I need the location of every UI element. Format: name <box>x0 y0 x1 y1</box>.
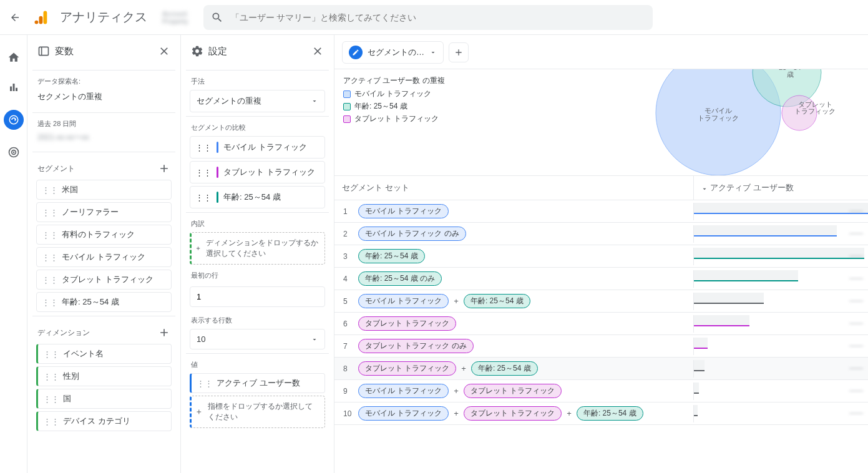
firstrow-label: 最初の行 <box>191 271 324 280</box>
dimension-chip[interactable]: ⋮⋮性別 <box>36 366 172 386</box>
showrows-label: 表示する行数 <box>191 316 324 325</box>
segment-pill: タブレット トラフィック <box>464 384 562 398</box>
technique-select[interactable]: セグメントの重複 <box>190 90 325 112</box>
table-row[interactable]: 7タブレット トラフィック のみ—— <box>334 335 868 358</box>
close-variables-button[interactable] <box>158 45 170 57</box>
drag-handle-icon: ⋮⋮ <box>43 349 59 359</box>
segment-pill: タブレット トラフィック <box>358 361 456 376</box>
dimension-chip[interactable]: ⋮⋮国 <box>36 389 172 409</box>
chip-label: 米国 <box>62 184 78 195</box>
nav-explore[interactable] <box>4 110 24 130</box>
row-index: 1 <box>334 202 356 221</box>
segment-pill: 年齢: 25～54 歳 <box>471 361 538 376</box>
table-row[interactable]: 9モバイル トラフィック+タブレット トラフィック—— <box>334 380 868 402</box>
compare-label: セグメントの比較 <box>191 123 324 132</box>
table-row[interactable]: 10モバイル トラフィック+タブレット トラフィック+年齢: 25～54 歳—— <box>334 402 868 425</box>
row-index: 6 <box>334 315 356 333</box>
compare-segment-chip[interactable]: ⋮⋮タブレット トラフィック <box>190 161 325 183</box>
table-row[interactable]: 3年齢: 25～54 歳—— <box>334 245 868 268</box>
table-header-value[interactable]: アクティブ ユーザー数 <box>693 176 868 200</box>
metric-dropzone[interactable]: 指標をドロップするか選択してください <box>190 396 325 428</box>
segment-pill: モバイル トラフィック <box>358 204 449 218</box>
segment-pill: モバイル トラフィック <box>358 294 449 308</box>
metric-chip[interactable]: ⋮⋮ アクティブ ユーザー数 <box>190 373 325 393</box>
account-picker[interactable]: Account Property <box>162 10 188 25</box>
legend-title: アクティブ ユーザー数 の重複 <box>343 76 445 86</box>
table-row[interactable]: 4年齢: 25～54 歳 のみ—— <box>334 268 868 290</box>
segment-pill: 年齢: 25～54 歳 <box>358 249 425 263</box>
segment-chip[interactable]: ⋮⋮有料のトラフィック <box>36 225 172 245</box>
row-value-cell: —— <box>693 360 868 378</box>
firstrow-input[interactable] <box>190 286 325 307</box>
table-row[interactable]: 5モバイル トラフィック+年齢: 25～54 歳—— <box>334 290 868 313</box>
segment-chip[interactable]: ⋮⋮年齢: 25～54 歳 <box>36 292 172 312</box>
venn-diagram[interactable]: モバイルトラフィック 年齢:25～54歳 タブレットトラフィック <box>650 69 849 175</box>
legend-item[interactable]: 年齢: 25～54 歳 <box>343 101 445 112</box>
dimension-chip[interactable]: ⋮⋮デバイス カテゴリ <box>36 411 172 431</box>
segment-pill: タブレット トラフィック <box>358 316 456 331</box>
segment-pill: タブレット トラフィック のみ <box>358 339 474 353</box>
breakdown-dropzone[interactable]: ディメンションをドロップするか選択してください <box>190 232 325 265</box>
add-tab-button[interactable] <box>449 42 469 62</box>
explore-icon <box>8 114 19 125</box>
date-range-value: 2021-xx-xx〜xx <box>32 131 175 148</box>
dimension-chip[interactable]: ⋮⋮イベント名 <box>36 344 172 364</box>
segment-chip[interactable]: ⋮⋮ノーリファラー <box>36 202 172 222</box>
product-name: アナリティクス <box>60 9 147 26</box>
search-icon <box>211 11 223 24</box>
drag-handle-icon: ⋮⋮ <box>195 193 212 202</box>
svg-rect-4 <box>12 84 14 91</box>
row-index: 8 <box>334 359 356 378</box>
svg-rect-0 <box>44 11 47 24</box>
legend-item[interactable]: モバイル トラフィック <box>343 89 445 99</box>
drag-handle-icon: ⋮⋮ <box>42 275 58 285</box>
row-value-cell: —— <box>693 203 868 220</box>
table-header-set[interactable]: セグメント セット <box>334 176 693 200</box>
settings-icon <box>191 45 203 57</box>
arrow-left-icon <box>9 12 21 23</box>
plus-separator: + <box>452 386 460 396</box>
row-set-cell: モバイル トラフィック <box>356 200 693 222</box>
segment-pill: 年齢: 25～54 歳 のみ <box>358 271 442 286</box>
drag-handle-icon: ⋮⋮ <box>195 168 212 177</box>
value-label: 値 <box>191 360 324 369</box>
date-range-label[interactable]: 過去 28 日間 <box>32 117 175 131</box>
segment-chip[interactable]: ⋮⋮モバイル トラフィック <box>36 247 172 267</box>
add-segment-button[interactable] <box>158 162 170 175</box>
table-row[interactable]: 1モバイル トラフィック—— <box>334 200 868 223</box>
nav-advertise[interactable] <box>6 145 21 160</box>
search-bar[interactable] <box>203 5 653 30</box>
back-button[interactable] <box>7 10 22 25</box>
compare-segment-chip[interactable]: ⋮⋮年齢: 25～54 歳 <box>190 186 325 208</box>
tab-segment-overlap[interactable]: セグメントの… <box>342 41 444 64</box>
row-index: 7 <box>334 337 356 356</box>
svg-rect-1 <box>39 16 43 24</box>
segment-chip[interactable]: ⋮⋮米国 <box>36 180 172 200</box>
venn-label-tablet: タブレットトラフィック <box>794 100 836 115</box>
variables-panel: 変数 データ探索名: セクメントの重複 過去 28 日間 2021-xx-xx〜… <box>27 35 181 473</box>
row-index: 10 <box>334 404 356 423</box>
compare-segment-chip[interactable]: ⋮⋮モバイル トラフィック <box>190 136 325 158</box>
nav-reports[interactable] <box>6 80 21 95</box>
home-icon <box>7 51 20 64</box>
showrows-select[interactable]: 10 <box>190 329 325 349</box>
row-set-cell: モバイル トラフィック+タブレット トラフィック+年齢: 25～54 歳 <box>356 402 693 424</box>
table-row[interactable]: 6タブレット トラフィック—— <box>334 313 868 335</box>
legend-item[interactable]: タブレット トラフィック <box>343 114 445 124</box>
chip-label: ノーリファラー <box>62 207 119 218</box>
explore-name[interactable]: セクメントの重複 <box>32 90 175 109</box>
results-table: セグメント セット アクティブ ユーザー数 1モバイル トラフィック——2モバイ… <box>334 175 868 425</box>
drag-handle-icon: ⋮⋮ <box>42 208 58 217</box>
search-input[interactable] <box>231 12 645 22</box>
drag-handle-icon: ⋮⋮ <box>195 143 212 152</box>
drag-handle-icon: ⋮⋮ <box>43 394 59 404</box>
nav-home[interactable] <box>6 50 21 65</box>
segment-chip[interactable]: ⋮⋮タブレット トラフィック <box>36 270 172 290</box>
table-row[interactable]: 2モバイル トラフィック のみ—— <box>334 223 868 245</box>
close-settings-button[interactable] <box>311 45 324 57</box>
svg-point-9 <box>12 152 14 154</box>
legend-swatch <box>343 115 351 123</box>
row-value-cell: —— <box>693 293 868 310</box>
table-row[interactable]: 8タブレット トラフィック+年齢: 25～54 歳—— <box>334 358 868 380</box>
add-dimension-button[interactable] <box>158 326 170 339</box>
